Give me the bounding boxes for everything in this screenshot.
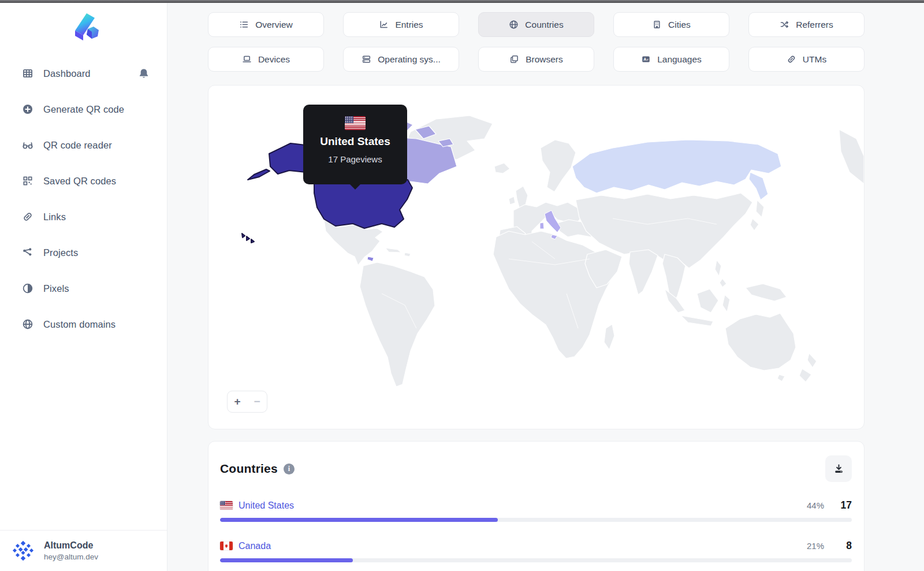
tab-utms[interactable]: UTMs <box>748 47 865 72</box>
sidebar-item-links[interactable]: Links <box>0 199 167 235</box>
user-email: hey@altum.dev <box>44 553 98 561</box>
country-row-canada: Canada 21% 8 <box>220 540 852 562</box>
sidebar-item-label: Generate QR code <box>43 104 124 115</box>
zoom-out-button[interactable]: − <box>247 391 267 412</box>
list-icon <box>239 20 249 29</box>
glasses-icon <box>22 139 33 151</box>
zoom-in-button[interactable]: + <box>228 391 247 412</box>
tab-cities[interactable]: Cities <box>613 12 729 37</box>
user-name: AltumCode <box>44 540 98 551</box>
sidebar-item-projects[interactable]: Projects <box>0 235 167 270</box>
building-icon <box>652 20 662 29</box>
altumcode-logo[interactable] <box>0 3 167 55</box>
sidebar-item-label: Custom domains <box>43 319 116 330</box>
logo-mark-icon <box>66 12 102 42</box>
country-row-united-states: United States 44% 17 <box>220 499 852 522</box>
sidebar-item-generate-qr[interactable]: Generate QR code <box>0 91 167 127</box>
sidebar-nav: Dashboard Generate QR code QR code reade… <box>0 55 167 530</box>
tab-referrers[interactable]: Referrers <box>748 12 865 37</box>
countries-title: Countries <box>220 462 278 476</box>
sidebar-item-pixels[interactable]: Pixels <box>0 270 167 306</box>
country-count: 8 <box>832 540 852 552</box>
tab-browsers[interactable]: Browsers <box>478 47 594 72</box>
sidebar-item-qr-reader[interactable]: QR code reader <box>0 127 167 163</box>
sidebar-item-saved-qr[interactable]: Saved QR codes <box>0 163 167 199</box>
main-content: Overview Entries Countries Cities Referr… <box>167 3 924 571</box>
server-icon <box>362 54 371 64</box>
sidebar-item-label: Dashboard <box>43 68 91 79</box>
info-icon[interactable] <box>284 464 295 474</box>
download-icon <box>833 464 844 474</box>
us-flag-icon <box>345 116 366 130</box>
country-percent: 21% <box>807 541 824 551</box>
window-top-edge <box>0 0 924 3</box>
link-icon <box>22 211 33 223</box>
map-zoom-controls: + − <box>227 391 267 413</box>
sidebar-item-label: Links <box>43 212 66 223</box>
world-map-card: United States 17 Pageviews + − <box>208 85 865 429</box>
globe-icon <box>509 20 519 29</box>
sidebar-item-label: Projects <box>43 247 78 258</box>
link-icon <box>787 54 796 64</box>
browser-icon <box>509 54 519 64</box>
tab-overview[interactable]: Overview <box>208 12 324 37</box>
sidebar-item-dashboard[interactable]: Dashboard <box>0 55 167 91</box>
tab-countries[interactable]: Countries <box>478 12 594 37</box>
tab-languages[interactable]: Az Languages <box>613 47 729 72</box>
sidebar-item-label: Saved QR codes <box>43 176 116 187</box>
sidebar-item-label: Pixels <box>43 283 69 294</box>
progress-fill <box>220 558 353 562</box>
svg-text:A: A <box>643 57 646 62</box>
countries-panel: Countries United States 44% 17 <box>208 441 865 571</box>
tooltip-pageviews: 17 Pageviews <box>328 154 382 164</box>
progress-fill <box>220 518 498 522</box>
grid-icon <box>22 68 33 79</box>
avatar <box>12 539 35 562</box>
download-button[interactable] <box>825 455 852 482</box>
stats-tabs: Overview Entries Countries Cities Referr… <box>208 12 865 72</box>
sidebar-user[interactable]: AltumCode hey@altum.dev <box>0 530 167 571</box>
country-link[interactable]: Canada <box>239 541 271 551</box>
chart-icon <box>379 20 389 29</box>
sidebar-item-custom-domains[interactable]: Custom domains <box>0 306 167 342</box>
plus-circle-icon <box>22 103 33 115</box>
language-icon: Az <box>641 54 651 64</box>
svg-text:z: z <box>647 57 649 61</box>
progress-track <box>220 518 852 522</box>
bell-icon[interactable] <box>138 68 150 79</box>
sidebar: Dashboard Generate QR code QR code reade… <box>0 3 167 571</box>
globe-icon <box>22 318 33 330</box>
shuffle-icon <box>780 20 789 29</box>
sidebar-item-label: QR code reader <box>43 140 112 151</box>
share-nodes-icon <box>22 247 33 258</box>
tab-entries[interactable]: Entries <box>343 12 459 37</box>
progress-track <box>220 558 852 562</box>
laptop-icon <box>242 54 252 64</box>
country-count: 17 <box>832 499 852 511</box>
country-percent: 44% <box>807 500 824 510</box>
tab-operating-systems[interactable]: Operating sys... <box>343 47 459 72</box>
qr-code-icon <box>22 175 33 187</box>
map-country-russia[interactable] <box>572 140 781 200</box>
tooltip-arrow <box>349 184 361 190</box>
map-country-panama[interactable] <box>367 257 374 261</box>
us-flag-icon <box>220 501 233 510</box>
tab-devices[interactable]: Devices <box>208 47 324 72</box>
map-tooltip: United States 17 Pageviews <box>303 105 407 184</box>
half-circle-icon <box>22 283 33 294</box>
tooltip-country: United States <box>320 135 390 148</box>
canada-flag-icon <box>220 542 233 550</box>
country-link[interactable]: United States <box>239 500 294 511</box>
